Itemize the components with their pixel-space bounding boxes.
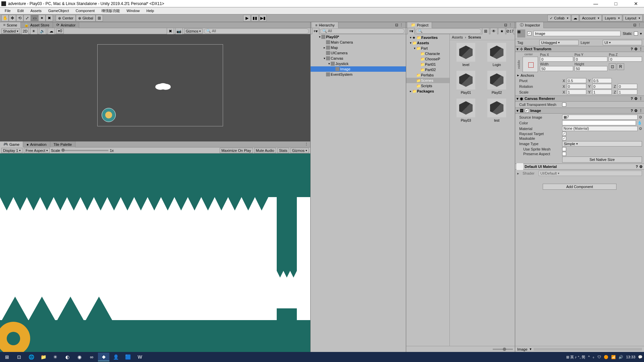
tab-game[interactable]: 🎮Game [0, 141, 23, 147]
hierarchy-item[interactable]: UICamera [311, 50, 406, 56]
foldout-icon[interactable]: ▾ [517, 97, 519, 101]
color-field[interactable] [562, 120, 636, 125]
ime-indicator[interactable]: ⊞ 英 ♪ ⁺, 简 [566, 355, 586, 360]
menu-component[interactable]: Component [72, 8, 98, 13]
gear-icon[interactable]: ⚙ [639, 165, 643, 169]
blueprint-mode-icon[interactable]: ⊡ [609, 63, 616, 70]
active-checkbox[interactable]: ✓ [527, 32, 531, 36]
image-enabled-checkbox[interactable]: ✓ [525, 109, 529, 113]
pivot-center-button[interactable]: ⊕Center [56, 15, 76, 21]
panel-dock-icon[interactable]: ⊡ [395, 23, 398, 27]
minimize-button[interactable]: — [589, 0, 602, 7]
menu-enhanced[interactable]: 增强版功能 [98, 8, 123, 14]
project-tree-item[interactable]: 📁 Perfabs [406, 72, 449, 78]
pos-y-field[interactable] [575, 57, 608, 62]
project-tree-item[interactable]: 📁 ChooseP [406, 56, 449, 62]
project-asset[interactable]: Login [483, 43, 510, 67]
hierarchy-item[interactable]: ▾Canvas [311, 56, 406, 61]
close-button[interactable]: ✕ [629, 0, 643, 7]
use-sprite-mesh-checkbox[interactable] [562, 147, 566, 151]
breadcrumb-item[interactable]: Scenes [468, 35, 481, 39]
pos-x-field[interactable] [540, 57, 573, 62]
pivot-x-field[interactable] [567, 78, 586, 83]
mute-toggle[interactable]: Mute Audio [254, 148, 276, 153]
project-star-icon[interactable]: ★ [498, 28, 505, 35]
maskable-checkbox[interactable]: ✓ [562, 136, 566, 140]
project-breadcrumb[interactable]: Assets › Scenes [450, 34, 515, 40]
tray-notifications-icon[interactable]: 💬 [638, 355, 643, 359]
cull-checkbox[interactable] [562, 103, 566, 107]
help-icon[interactable]: ? [631, 109, 633, 113]
taskbar-app2[interactable]: ◐ [62, 353, 73, 361]
object-picker-icon[interactable]: ⊙ [639, 126, 642, 131]
foldout-icon[interactable]: ▾ [517, 47, 519, 51]
shader-dropdown[interactable]: UI/Default [539, 171, 642, 176]
shading-dropdown[interactable]: Shaded [1, 28, 20, 34]
account-dropdown[interactable]: Account [580, 15, 602, 21]
pause-button[interactable]: ▮▮ [251, 15, 259, 21]
scale-slider[interactable] [61, 150, 108, 151]
project-asset[interactable]: test [483, 99, 510, 122]
tab-tile-palette[interactable]: Tile Palette [50, 141, 76, 147]
tray-clock[interactable]: 13:33 [626, 355, 635, 359]
hierarchy-item[interactable]: EventSystem [311, 72, 406, 77]
chevron-down-icon[interactable]: ▾ [530, 347, 532, 351]
help-icon[interactable]: ? [631, 97, 633, 101]
thumbnail-size-slider[interactable] [493, 349, 513, 350]
eyedropper-icon[interactable]: 💧 [637, 121, 642, 125]
fx-toggle[interactable]: ☁ [48, 28, 55, 35]
layer-dropdown[interactable]: UI [603, 40, 642, 45]
add-component-button[interactable]: Add Component [543, 184, 616, 190]
project-tree-item[interactable]: 📁 Scenes [406, 78, 449, 83]
display-dropdown[interactable]: Display 1 [1, 148, 22, 153]
rot-z-field[interactable] [618, 84, 637, 89]
aspect-dropdown[interactable]: Free Aspect [24, 148, 50, 153]
hierarchy-search[interactable]: 🔍 All [320, 28, 405, 34]
project-tree-item[interactable]: 📁 Characte [406, 51, 449, 56]
create-dropdown[interactable]: +▾ [312, 28, 319, 35]
menu-icon[interactable]: ⋮ [639, 47, 643, 51]
project-tree-item[interactable]: ▾📁 Part [406, 46, 449, 51]
maximize-button[interactable]: □ [609, 0, 623, 7]
tab-scene[interactable]: ⌗Scene [0, 22, 21, 28]
anchor-preset-button[interactable] [523, 57, 538, 72]
menu-assets[interactable]: Assets [27, 8, 45, 13]
preserve-aspect-checkbox[interactable] [562, 152, 566, 156]
scale-x-field[interactable] [567, 89, 586, 95]
preset-icon[interactable]: ⚙ [634, 47, 638, 51]
scene-extra-toggle[interactable]: ▾0 [56, 28, 64, 34]
panel-menu-icon[interactable]: ⋮ [507, 23, 514, 27]
scene-cam-icon[interactable]: 📷 [175, 28, 183, 35]
project-hidden-count[interactable]: ⊘17 [506, 28, 514, 35]
panel-dock-icon[interactable]: ⊡ [504, 23, 507, 27]
hierarchy-tree[interactable]: ▾Play03*Main Camera▸MapUICamera▾Canvas▾J… [311, 34, 406, 352]
material-foldout[interactable]: ▸ [517, 171, 519, 176]
project-asset[interactable]: Play01 [452, 71, 479, 95]
menu-icon[interactable]: ⋮ [639, 97, 643, 101]
layout-dropdown[interactable]: Layout [623, 15, 643, 21]
2d-toggle[interactable]: 2D [21, 28, 29, 35]
custom-tool[interactable]: ✖ [46, 15, 53, 21]
hierarchy-item[interactable]: ▾Play03* [311, 34, 406, 40]
preset-icon[interactable]: ⚙ [634, 109, 638, 113]
snap-button[interactable]: ⊞ [96, 15, 103, 21]
static-checkbox[interactable] [634, 32, 638, 36]
project-asset[interactable]: level [452, 43, 479, 67]
tag-dropdown[interactable]: Untagged [539, 40, 579, 45]
project-grid[interactable]: levelLoginPlay01Play02Play03test [450, 40, 515, 346]
foldout-icon[interactable]: ▾ [517, 109, 519, 113]
menu-icon[interactable]: ⋮ [639, 109, 643, 113]
static-dropdown-icon[interactable]: ▾ [640, 32, 642, 36]
menu-help[interactable]: Help [143, 8, 157, 13]
rot-y-field[interactable] [592, 84, 612, 89]
project-filter-icon[interactable]: ⊞ [482, 28, 489, 35]
taskbar-word[interactable]: W [134, 353, 146, 361]
taskbar-app3[interactable]: ◉ [74, 353, 85, 361]
scene-view[interactable] [0, 34, 310, 141]
taskbar-search[interactable]: ⊡ [13, 353, 25, 361]
panel-menu-icon[interactable]: ⋮ [636, 23, 643, 27]
hierarchy-item[interactable]: Main Camera [311, 40, 406, 45]
project-tree-item[interactable]: 📁 Part02 [406, 67, 449, 72]
hierarchy-item[interactable]: ▾Joystick [311, 61, 406, 66]
scale-tool[interactable]: ⤢ [23, 15, 31, 21]
